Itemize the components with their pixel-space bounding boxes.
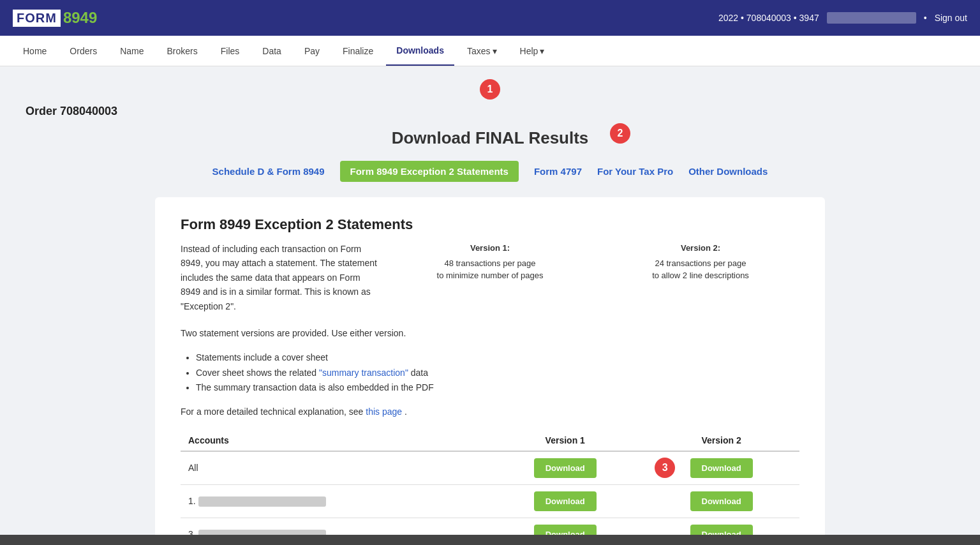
step1-bubble: 1	[480, 79, 500, 100]
nav-orders[interactable]: Orders	[59, 37, 107, 65]
this-page-link[interactable]: this page	[366, 407, 402, 417]
version2-col: Version 2: 24 transactions per page to a…	[602, 242, 799, 313]
download-v1-all-button[interactable]: Download	[534, 458, 597, 478]
table-header-row: Accounts Version 1 Version 2	[181, 430, 799, 451]
description-grid: Instead of including each transaction on…	[181, 242, 799, 313]
detail-link-text: For a more detailed technical explanatio…	[181, 405, 799, 420]
version1-line2: to minimize number of pages	[391, 269, 589, 282]
top-header: FORM 8949 2022 • 708040003 • 3947 • Sign…	[0, 0, 980, 36]
separator: •	[924, 13, 927, 23]
version2-line2: to allow 2 line descriptions	[602, 269, 799, 282]
version2-label: Version 2:	[602, 242, 799, 255]
statement-notice-block: Two statement versions are provided. Use…	[181, 326, 799, 341]
col-version1: Version 1	[487, 430, 643, 451]
account-1: 1.	[181, 484, 487, 518]
tab-form4797[interactable]: Form 4797	[534, 163, 582, 179]
help-chevron-icon: ▾	[540, 46, 544, 56]
section-main-title: Download FINAL Results	[26, 128, 954, 148]
section-title-wrapper: Download FINAL Results 2	[26, 128, 954, 148]
col-version2: Version 2	[643, 430, 799, 451]
nav-taxes[interactable]: Taxes ▾	[457, 37, 507, 65]
bullet-item-3: The summary transaction data is also emb…	[196, 380, 799, 396]
description-col: Instead of including each transaction on…	[181, 242, 378, 313]
download-v1-1-button[interactable]: Download	[534, 491, 597, 511]
account-1-name-blurred	[198, 496, 326, 507]
tab-tax-pro[interactable]: For Your Tax Pro	[597, 163, 673, 179]
content-panel: Form 8949 Exception 2 Statements Instead…	[155, 197, 825, 545]
col-accounts: Accounts	[181, 430, 487, 451]
table-row-1: 1. Download Download	[181, 484, 799, 518]
bottom-scrollbar[interactable]	[0, 535, 980, 545]
bullet-2-suffix: data	[411, 368, 428, 378]
download-v2-1-button[interactable]: Download	[690, 491, 753, 511]
description-text: Instead of including each transaction on…	[181, 242, 378, 313]
tab-schedule-d[interactable]: Schedule D & Form 8949	[212, 163, 325, 179]
order-info: 2022 • 708040003 • 3947	[718, 13, 819, 23]
nav-finalize[interactable]: Finalize	[332, 37, 383, 65]
nav-name[interactable]: Name	[110, 37, 154, 65]
nav-pay[interactable]: Pay	[294, 37, 330, 65]
nav-brokers[interactable]: Brokers	[157, 37, 208, 65]
version1-label: Version 1:	[391, 242, 589, 255]
logo-form-text: FORM	[13, 10, 61, 27]
tab-exception2[interactable]: Form 8949 Exception 2 Statements	[340, 161, 519, 182]
version2-download-1: Download	[643, 484, 799, 518]
bullet-item-2: Cover sheet shows the related "summary t…	[196, 366, 799, 381]
sign-out-link[interactable]: Sign out	[935, 13, 967, 23]
detail-link-block: For a more detailed technical explanatio…	[181, 405, 799, 420]
main-content: 1 Order 708040003 Download FINAL Results…	[0, 66, 980, 545]
download-v2-all-button[interactable]: Download	[690, 458, 753, 478]
account-1-number: 1.	[188, 496, 198, 506]
version1-col: Version 1: 48 transactions per page to m…	[391, 242, 589, 313]
detail-text-suffix: .	[405, 407, 407, 417]
logo-number-text: 8949	[63, 9, 97, 27]
summary-transaction-link[interactable]: "summary transaction"	[319, 368, 408, 378]
statement-notice-text: Two statement versions are provided. Use…	[181, 326, 799, 341]
nav-files[interactable]: Files	[211, 37, 250, 65]
step3-bubble: 3	[655, 458, 675, 478]
tab-bar: Schedule D & Form 8949 Form 8949 Excepti…	[26, 161, 954, 182]
taxes-chevron-icon: ▾	[493, 46, 497, 56]
user-email-blurred	[827, 12, 916, 24]
accounts-table: Accounts Version 1 Version 2 All Downloa…	[181, 430, 799, 545]
logo[interactable]: FORM 8949	[13, 9, 97, 27]
version1-line1: 48 transactions per page	[391, 257, 589, 270]
version2-line1: 24 transactions per page	[602, 257, 799, 270]
nav-help[interactable]: Help ▾	[510, 37, 555, 65]
bullet-list: Statements include a cover sheet Cover s…	[181, 350, 799, 396]
version1-download-1: Download	[487, 484, 643, 518]
nav-downloads[interactable]: Downloads	[386, 36, 454, 66]
version1-download-all: Download 3	[487, 451, 643, 485]
panel-title: Form 8949 Exception 2 Statements	[181, 216, 799, 233]
table-row-all: All Download 3 Download	[181, 451, 799, 485]
step1-wrapper: 1	[26, 79, 954, 100]
nav-bar: Home Orders Name Brokers Files Data Pay …	[0, 36, 980, 66]
bullet-item-1: Statements include a cover sheet	[196, 350, 799, 366]
nav-home[interactable]: Home	[13, 37, 57, 65]
account-all: All	[181, 451, 487, 485]
order-title: Order 708040003	[26, 105, 954, 118]
step2-bubble: 2	[610, 123, 630, 144]
nav-data[interactable]: Data	[252, 37, 292, 65]
bullet-2-prefix: Cover sheet shows the related	[196, 368, 319, 378]
header-right: 2022 • 708040003 • 3947 • Sign out	[718, 12, 967, 24]
tab-other-downloads[interactable]: Other Downloads	[688, 163, 768, 179]
detail-text-prefix: For a more detailed technical explanatio…	[181, 407, 363, 417]
